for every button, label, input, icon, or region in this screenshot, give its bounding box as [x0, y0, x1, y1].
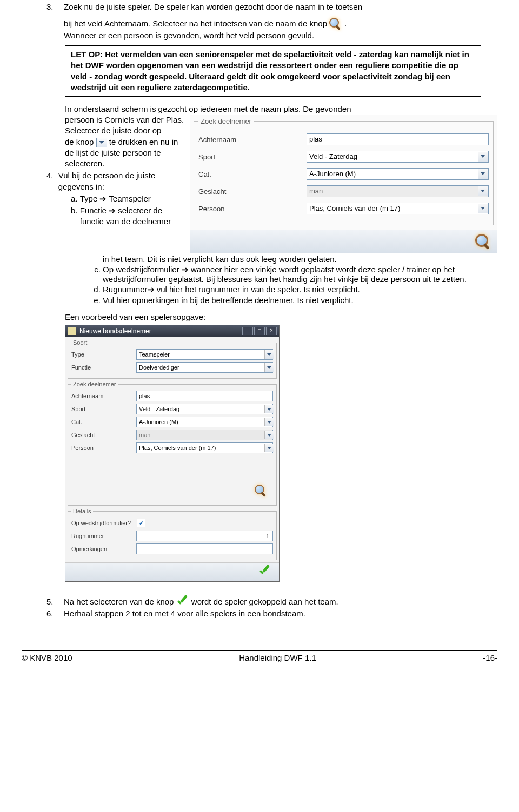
cat-value: A-Junioren (M): [309, 169, 356, 179]
w-geslacht-select[interactable]: man: [136, 430, 273, 440]
step4-c-label: Op wedstrijdformulier: [103, 265, 182, 274]
leftcol-a: persoon is Corniels van der Plas.: [65, 115, 184, 124]
warn-t1a: LET OP: Het vermelden van een: [71, 50, 196, 59]
right-arrow-icon: ➔: [182, 265, 189, 274]
magnifier-icon: [329, 18, 342, 31]
w-persoon-value: Plas, Corniels van der (m 17): [139, 445, 216, 451]
opwed-checkbox[interactable]: ✔: [137, 519, 145, 527]
footer-left: © KNVB 2010: [22, 653, 72, 662]
step5-b: wordt de speler gekoppeld aan het team.: [191, 597, 338, 606]
geslacht-select[interactable]: man: [307, 185, 489, 197]
sport-value: Veld - Zaterdag: [309, 151, 357, 162]
list-number-3: 3.: [46, 2, 64, 40]
list-number-6: 6.: [46, 609, 64, 618]
sport-label: Sport: [198, 153, 307, 161]
example-label: Een voorbeeld van een spelersopgave:: [65, 312, 497, 321]
type-label: Type: [71, 351, 136, 358]
chevron-down-icon: [478, 152, 488, 162]
list-number-5: 5.: [46, 597, 64, 608]
w-geslacht-label: Geslacht: [71, 432, 136, 438]
w-sport-select[interactable]: Veld - Zaterdag: [136, 404, 273, 414]
confirm-check-icon[interactable]: [258, 567, 271, 578]
right-arrow-icon: ➔: [148, 285, 155, 294]
step4-b-cont: in het team. Dit is niet verplicht kan d…: [103, 254, 337, 264]
step5-a: Na het selecteren van de knop: [64, 597, 176, 606]
geslacht-value: man: [309, 186, 323, 197]
warning-note-box: LET OP: Het vermelden van een seniorensp…: [65, 45, 481, 97]
chevron-down-icon: [264, 418, 274, 426]
step4-d-label: Rugnummer: [103, 285, 148, 294]
geslacht-label: Geslacht: [198, 187, 307, 196]
sport-select[interactable]: Veld - Zaterdag: [307, 151, 489, 163]
zoek-deelnemer-fieldset: Zoek deelnemer Achternaam plas Sport Vel…: [68, 381, 277, 506]
search-icon[interactable]: [255, 485, 268, 498]
step4-a-val: Teamspeler: [107, 194, 150, 203]
zoek-fieldset: Zoek deelnemer Achternaam plas Sport Vel…: [194, 117, 494, 225]
step4-b-label: Functie: [80, 206, 109, 215]
step4-lead: Vul bij de persoon de juiste gegevens in…: [58, 171, 156, 191]
w-achternaam-label: Achternaam: [71, 393, 136, 399]
warn-zondag: veld - zondag: [71, 72, 123, 81]
nieuwe-bondsdeelnemer-window: Nieuwe bondsdeelnemer – □ × Soort Type T…: [65, 325, 280, 582]
right-arrow-icon: ➔: [99, 194, 107, 203]
step3-line2a: bij het veld Achternaam. Selecteer na he…: [64, 19, 329, 28]
footer-mid: Handleiding DWF 1.1: [239, 653, 316, 662]
achternaam-value: plas: [309, 134, 322, 145]
chevron-down-icon: [264, 405, 274, 413]
zoek-legend-2: Zoek deelnemer: [71, 381, 118, 387]
list-number-4: 4.: [46, 170, 58, 228]
functie-value: Doelverdediger: [139, 364, 179, 371]
cat-label: Cat.: [198, 170, 307, 178]
chevron-down-icon: [478, 204, 488, 213]
w-sport-value: Veld - Zaterdag: [139, 406, 179, 412]
opm-label: Opmerkingen: [71, 546, 136, 552]
functie-select[interactable]: Doelverdediger: [136, 362, 273, 373]
w-cat-select[interactable]: A-Junioren (M): [136, 417, 273, 427]
details-legend: Details: [71, 508, 93, 514]
window-minimize-button[interactable]: –: [242, 327, 253, 335]
step4-d-val: vul hier het rugnummer in van de speler.…: [155, 285, 360, 294]
w-persoon-select[interactable]: Plas, Corniels van der (m 17): [136, 442, 273, 453]
zoek-deelnemer-panel: Zoek deelnemer Achternaam plas Sport Vel…: [190, 115, 497, 253]
window-maximize-button[interactable]: □: [254, 327, 265, 335]
window-bottom-toolbar: [65, 562, 279, 581]
warn-zaterdag: veld - zaterdag: [335, 50, 394, 59]
window-close-button[interactable]: ×: [266, 327, 277, 335]
step4-d: Rugnummer➔ vul hier het rugnummer in van…: [103, 285, 497, 294]
cat-select[interactable]: A-Junioren (M): [307, 168, 489, 180]
persoon-label: Persoon: [198, 205, 307, 213]
search-icon[interactable]: [475, 234, 490, 249]
step4-a-label: Type: [80, 194, 100, 203]
achternaam-label: Achternaam: [198, 136, 307, 144]
chevron-down-icon: [96, 138, 107, 147]
soort-legend: Soort: [71, 339, 89, 346]
right-arrow-icon: ➔: [109, 206, 116, 215]
w-achternaam-input[interactable]: plas: [136, 391, 273, 401]
achternaam-input[interactable]: plas: [307, 133, 489, 145]
chevron-down-icon: [264, 350, 274, 359]
step4-c: Op wedstrijdformulier ➔ wanneer hier een…: [103, 265, 497, 284]
window-titlebar: Nieuwe bondsdeelnemer – □ ×: [65, 325, 279, 337]
warn-t1c: speler met de spelactiviteit: [229, 50, 333, 59]
type-value: Teamspeler: [139, 351, 170, 358]
chevron-down-icon: [264, 363, 274, 372]
panel1-toolbar: [190, 230, 497, 253]
type-select[interactable]: Teamspeler: [136, 349, 273, 360]
w-achternaam-value: plas: [139, 393, 150, 399]
step4-b: Functie ➔ selecteer de functie van de de…: [80, 205, 184, 227]
footer-right: -16-: [483, 653, 497, 662]
warn-senioren: senioren: [196, 50, 230, 59]
chevron-down-icon: [478, 169, 488, 179]
persoon-select[interactable]: Plas, Corniels van der (m 17): [307, 203, 489, 214]
step4-e: Vul hier opmerkingen in bij de betreffen…: [103, 296, 497, 305]
w-cat-label: Cat.: [71, 419, 136, 425]
step3-line3: Wanneer er een persoon is gevonden, word…: [64, 31, 314, 40]
chevron-down-icon: [478, 186, 488, 196]
opm-input[interactable]: [136, 543, 273, 554]
page-footer: © KNVB 2010 Handleiding DWF 1.1 -16-: [22, 650, 497, 662]
window-app-icon: [68, 327, 76, 335]
rug-input[interactable]: 1: [136, 531, 273, 541]
leftcol-c1: de knop: [65, 137, 96, 146]
chevron-down-icon: [264, 431, 274, 439]
step3-line1: Zoek nu de juiste speler. De speler kan …: [64, 2, 362, 11]
